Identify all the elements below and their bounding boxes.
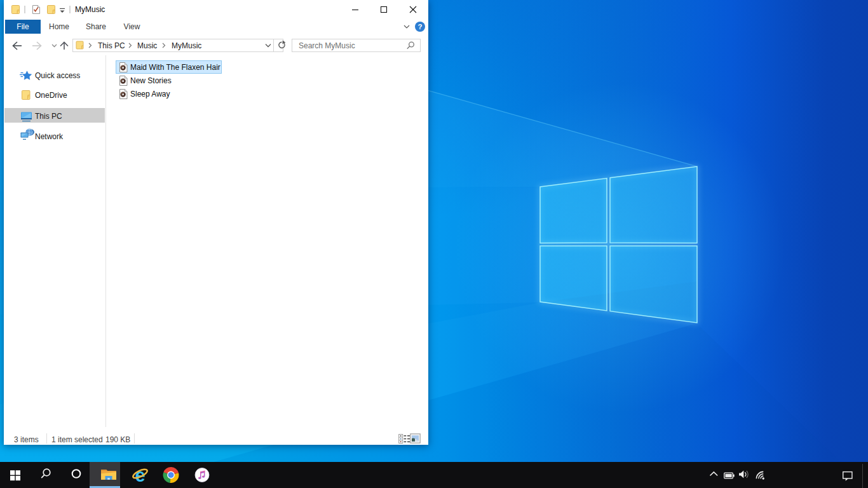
svg-text:MyMusic: MyMusic	[172, 41, 201, 50]
svg-text:?: ?	[417, 23, 422, 30]
svg-text:Search MyMusic: Search MyMusic	[299, 41, 355, 50]
svg-text:Music: Music	[137, 41, 157, 50]
svg-text:This PC: This PC	[98, 41, 125, 50]
